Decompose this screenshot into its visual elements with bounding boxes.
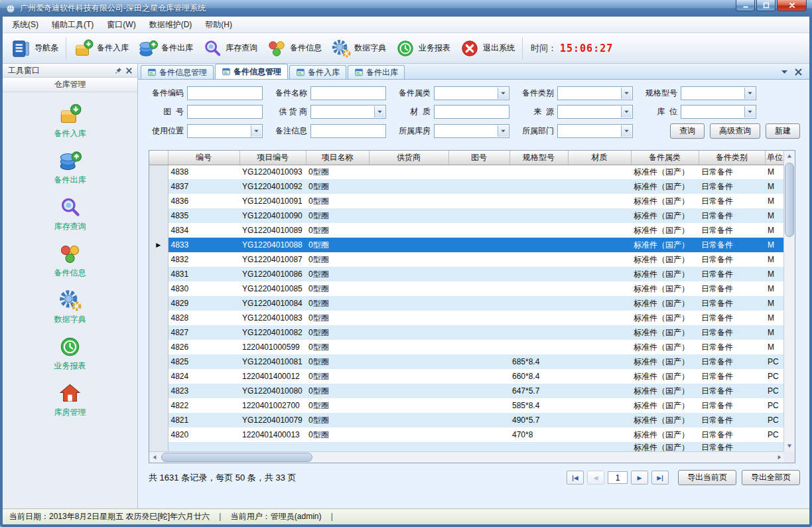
table-row[interactable]: 4832YG122040100870型圈标准件（国产）日常备件M: [149, 252, 785, 267]
col-drawing-no[interactable]: 图号: [448, 151, 509, 165]
advanced-query-button[interactable]: 高级查询: [710, 123, 760, 139]
table-row[interactable]: ▶4833YG122040100880型圈标准件（国产）日常备件M: [149, 238, 785, 252]
material-input[interactable]: [434, 105, 509, 119]
chevron-down-icon[interactable]: [780, 67, 789, 76]
page-number-input[interactable]: [608, 471, 628, 484]
table-row[interactable]: 4831YG122040100860型圈标准件（国产）日常备件M: [149, 267, 785, 281]
menu-help[interactable]: 帮助(H): [198, 17, 239, 33]
col-category[interactable]: 备件属类: [631, 151, 699, 165]
col-selector[interactable]: [149, 151, 168, 165]
menu-system[interactable]: 系统(S): [5, 17, 45, 33]
query-button[interactable]: 查询: [670, 123, 705, 139]
table-row[interactable]: 4837YG122040100920型圈标准件（国产）日常备件M: [149, 179, 785, 194]
table-row[interactable]: 482212204010027000型圈585*8.4标准件（国产）日常备件PC: [149, 398, 785, 413]
row-selector[interactable]: [149, 165, 168, 179]
table-row[interactable]: 4823YG122040100800型圈647*5.7标准件（国产）日常备件PC: [149, 384, 785, 398]
table-row[interactable]: 482612204010005990型圈标准件（国产）日常备件M: [149, 340, 785, 354]
table-row[interactable]: 4834YG122040100890型圈标准件（国产）日常备件M: [149, 223, 785, 238]
row-selector[interactable]: [149, 267, 168, 281]
row-selector[interactable]: [149, 413, 168, 427]
sidebar-item-parts-info[interactable]: 备件信息: [3, 242, 137, 279]
maximize-button[interactable]: [756, 0, 776, 11]
row-selector[interactable]: [149, 398, 168, 413]
row-selector[interactable]: [149, 369, 168, 384]
toolbar-button-data-dict[interactable]: 数据字典: [326, 36, 391, 61]
row-selector[interactable]: [149, 340, 168, 354]
table-row[interactable]: 4829YG122040100840型圈标准件（国产）日常备件M: [149, 296, 785, 311]
row-selector[interactable]: [149, 311, 168, 325]
row-selector[interactable]: [149, 194, 168, 208]
sidebar-item-warehouse-mgmt[interactable]: 库房管理: [3, 382, 137, 418]
first-page-button[interactable]: |◀: [567, 471, 584, 485]
remark-input[interactable]: [310, 124, 386, 138]
minimize-button[interactable]: [736, 0, 755, 11]
toolbar-button-parts-in[interactable]: 备件入库: [69, 36, 133, 61]
table-row[interactable]: 4835YG122040100900型圈标准件（国产）日常备件M: [149, 208, 785, 223]
table-row[interactable]: 4836YG122040100910型圈标准件（国产）日常备件M: [149, 194, 785, 208]
col-material[interactable]: 材质: [568, 151, 631, 165]
col-unit[interactable]: 单位: [765, 151, 785, 165]
menu-data-maintain[interactable]: 数据维护(D): [143, 17, 199, 33]
scroll-down-icon[interactable]: [784, 441, 795, 451]
row-selector[interactable]: [149, 325, 168, 340]
col-supplier[interactable]: 供货商: [369, 151, 448, 165]
row-selector[interactable]: [149, 208, 168, 223]
part-genus-select[interactable]: [434, 86, 509, 100]
table-row[interactable]: 4825YG122040100810型圈685*8.4标准件（国产）日常备件PC: [149, 354, 785, 369]
horizontal-scroll-thumb[interactable]: [161, 453, 312, 462]
table-row[interactable]: 4830YG122040100850型圈标准件（国产）日常备件M: [149, 281, 785, 296]
scroll-left-icon[interactable]: [149, 452, 160, 463]
toolbar-button-parts-out[interactable]: 备件出库: [133, 36, 198, 61]
part-category-select[interactable]: [557, 86, 633, 100]
sidebar-item-stock-query[interactable]: 库存查询: [3, 196, 137, 232]
row-selector[interactable]: [149, 296, 168, 311]
vertical-scroll-thumb[interactable]: [785, 163, 794, 237]
tab-parts-info-mgmt-2[interactable]: 备件信息管理: [215, 64, 288, 79]
col-project-name[interactable]: 项目名称: [306, 151, 369, 165]
row-selector[interactable]: [149, 223, 168, 238]
vertical-scrollbar[interactable]: [783, 151, 795, 451]
last-page-button[interactable]: ▶|: [651, 471, 669, 485]
toolbar-button-parts-info[interactable]: 备件信息: [262, 36, 326, 61]
close-button[interactable]: [777, 0, 807, 11]
row-selector[interactable]: [149, 281, 168, 296]
next-page-button[interactable]: ▶: [631, 471, 648, 485]
sidebar-item-data-dict[interactable]: 数据字典: [3, 289, 137, 325]
spec-model-select[interactable]: [681, 86, 756, 100]
tab-parts-info-mgmt-1[interactable]: 备件信息管理: [141, 65, 214, 79]
sidebar-section-warehouse[interactable]: 仓库管理: [3, 78, 137, 92]
warehouse-select[interactable]: [434, 124, 509, 138]
menu-window[interactable]: 窗口(W): [100, 17, 142, 33]
tab-close-icon[interactable]: [794, 67, 803, 76]
row-selector[interactable]: [149, 384, 168, 398]
pin-icon[interactable]: [113, 65, 123, 76]
sidebar-item-parts-in[interactable]: 备件入库: [3, 103, 137, 139]
table-row[interactable]: 482012204014000130型圈470*8标准件（国产）日常备件PC: [149, 427, 785, 442]
col-type[interactable]: 备件类别: [699, 151, 765, 165]
toolbar-button-stock-query[interactable]: 库存查询: [198, 36, 262, 61]
row-selector[interactable]: [149, 427, 168, 442]
row-selector[interactable]: [149, 354, 168, 369]
table-row[interactable]: 4827YG122040100820型圈标准件（国产）日常备件M: [149, 325, 785, 340]
scroll-up-icon[interactable]: [784, 151, 795, 161]
table-row[interactable]: 4821YG122040100790型圈490*5.7标准件（国产）日常备件PC: [149, 413, 785, 427]
part-name-input[interactable]: [310, 86, 386, 100]
col-spec[interactable]: 规格型号: [509, 151, 568, 165]
tab-parts-in[interactable]: 备件入库: [289, 65, 346, 79]
toolbar-button-exit[interactable]: 退出系统: [455, 36, 519, 61]
row-selector[interactable]: ▶: [149, 238, 168, 252]
sidebar-item-report[interactable]: 业务报表: [3, 335, 137, 372]
table-row[interactable]: 4838YG122040100930型圈标准件（国产）日常备件M: [149, 165, 785, 179]
toolbar-button-report[interactable]: 业务报表: [391, 36, 455, 61]
sidebar-item-parts-out[interactable]: 备件出库: [3, 149, 137, 186]
location-select[interactable]: [681, 105, 756, 119]
usage-position-select[interactable]: [187, 124, 263, 138]
new-button[interactable]: 新建: [766, 123, 800, 139]
tab-parts-out[interactable]: 备件出库: [348, 65, 405, 79]
export-current-page-button[interactable]: 导出当前页: [678, 470, 736, 485]
toolbar-button-navbar[interactable]: 导航条: [7, 36, 63, 61]
panel-close-icon[interactable]: [123, 65, 134, 76]
part-code-input[interactable]: [187, 86, 263, 100]
row-selector[interactable]: [149, 179, 168, 194]
table-row[interactable]: 4828YG122040100830型圈标准件（国产）日常备件M: [149, 311, 785, 325]
